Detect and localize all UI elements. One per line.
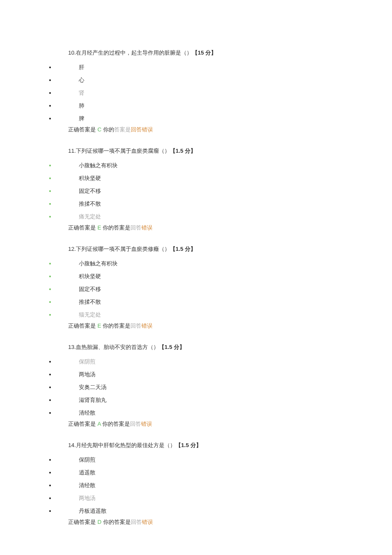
option-text: 保阴煎 [79, 358, 95, 365]
option-item[interactable]: 脾 [0, 112, 392, 125]
option-item[interactable]: 积块坚硬 [0, 270, 392, 283]
question-number: 11. [68, 148, 76, 154]
question-12: 12.下列证候哪一项不属于血瘀类修癥（）【1.5 分】 小腹触之有积块 积块坚硬… [0, 245, 392, 330]
correct-answer-letter: E [98, 224, 101, 231]
answer-prefix: 正确答案是 [68, 126, 96, 133]
option-item[interactable]: 安奥二天汤 [0, 381, 392, 394]
option-item[interactable]: 保阴煎 [0, 453, 392, 466]
option-text: 两地汤 [79, 495, 95, 501]
option-item[interactable]: 猫无定处 [0, 308, 392, 321]
question-14: 14.月经先期中肝郁化热型的最佳处方是（）【1.5 分】 保阴煎 逍遥散 清经散… [0, 442, 392, 526]
option-item[interactable]: 小腹触之有积块 [0, 257, 392, 270]
option-text: 肺 [79, 102, 84, 109]
option-text: 肝 [79, 64, 84, 70]
correct-answer-letter: A [98, 421, 101, 427]
question-score: 【1.5 分】 [170, 246, 196, 252]
option-text: 滋肾育胎丸 [79, 397, 107, 403]
option-item[interactable]: 两地汤 [0, 368, 392, 381]
question-number: 14. [68, 442, 76, 448]
your-answer-text-2: 答案是 [114, 126, 131, 133]
option-text: 小腹触之有积块 [79, 260, 118, 267]
answer-feedback: 正确答案是 D 你的答案是回答错误 [68, 518, 392, 526]
question-title: 10.在月经产生的过程中，起主导作用的脏腑是（）【15 分】 [68, 49, 392, 57]
option-text: 推揉不散 [79, 200, 101, 207]
your-answer-text-1: 你的 [101, 126, 114, 133]
option-text: 丹板逍遥散 [79, 508, 107, 514]
answer-prefix: 正确答案是 [68, 224, 96, 231]
option-text: 清经散 [79, 482, 95, 488]
options-list: 小腹触之有积块 积块坚硬 固定不移 推揉不散 猫无定处 [0, 257, 392, 321]
option-item[interactable]: 滋肾育胎丸 [0, 394, 392, 407]
question-title: 12.下列证候哪一项不属于血瘀类修癥（）【1.5 分】 [68, 245, 392, 253]
option-item[interactable]: 固定不移 [0, 283, 392, 296]
result-text: 错误 [141, 421, 152, 427]
option-text: 痛无定处 [79, 213, 101, 220]
question-number: 13. [68, 344, 76, 350]
answer-prefix: 正确答案是 [68, 519, 96, 525]
option-text: 逍遥散 [79, 469, 95, 476]
question-13: 13.血热胎漏、胎动不安的首选方（）【1.5 分】 保阴煎 两地汤 安奥二天汤 … [0, 343, 392, 428]
question-score: 【1.5 分】 [176, 442, 202, 448]
option-text: 心 [79, 77, 84, 83]
option-item[interactable]: 痛无定处 [0, 210, 392, 223]
question-number: 12. [68, 246, 76, 252]
option-text: 肾 [79, 90, 84, 96]
answer-feedback: 正确答案是 C 你的答案是回答错误 [68, 126, 392, 134]
option-text: 两地汤 [79, 371, 95, 378]
options-list: 小腹触之有积块 积块坚硬 固定不移 推揉不散 痛无定处 [0, 159, 392, 223]
question-10: 10.在月经产生的过程中，起主导作用的脏腑是（）【15 分】 肝 心 肾 肺 脾… [0, 49, 392, 134]
result-text: 回答错误 [131, 126, 153, 133]
question-score: 【1.5 分】 [170, 148, 196, 154]
your-answer-text-1: 你的答案是 [101, 519, 131, 525]
correct-answer-letter: D [98, 519, 101, 525]
answer-feedback: 正确答案是 A 你的答案是回答错误 [68, 420, 392, 428]
options-list: 肝 心 肾 肺 脾 [0, 61, 392, 125]
question-stem: 在月经产生的过程中，起主导作用的脏腑是（） [76, 49, 192, 56]
option-item[interactable]: 保阴煎 [0, 355, 392, 368]
option-item[interactable]: 肺 [0, 99, 392, 112]
option-item[interactable]: 两地汤 [0, 492, 392, 505]
question-11: 11.下列证候哪一项不属于血瘀类腐瘤（）【1.5 分】 小腹触之有积块 积块坚硬… [0, 147, 392, 232]
correct-answer-letter: C [98, 126, 101, 133]
option-text: 推揉不散 [79, 299, 101, 305]
option-item[interactable]: 肾 [0, 87, 392, 99]
question-stem: 月经先期中肝郁化热型的最佳处方是（） [76, 442, 176, 448]
options-list: 保阴煎 逍遥散 清经散 两地汤 丹板逍遥散 [0, 453, 392, 517]
your-answer-text-2: 回答 [130, 421, 141, 427]
option-text: 安奥二天汤 [79, 384, 107, 390]
answer-prefix: 正确答案是 [68, 421, 96, 427]
option-item[interactable]: 积块坚硬 [0, 172, 392, 185]
answer-feedback: 正确答案是 E 你的答案是回答错误 [68, 322, 392, 330]
question-stem: 血热胎漏、胎动不安的首选方（） [76, 344, 159, 350]
option-item[interactable]: 清经散 [0, 479, 392, 492]
option-item[interactable]: 心 [0, 74, 392, 87]
option-item[interactable]: 推揉不散 [0, 296, 392, 308]
option-text: 固定不移 [79, 188, 101, 194]
option-item[interactable]: 小腹触之有积块 [0, 159, 392, 172]
your-answer-text-1: 你的答案是 [101, 323, 130, 329]
question-title: 11.下列证候哪一项不属于血瘀类腐瘤（）【1.5 分】 [68, 147, 392, 155]
option-text: 固定不移 [79, 286, 101, 292]
result-text: 错误 [142, 519, 153, 525]
question-title: 13.血热胎漏、胎动不安的首选方（）【1.5 分】 [68, 343, 392, 351]
option-item[interactable]: 推揉不散 [0, 198, 392, 210]
result-text: 错误 [141, 323, 153, 329]
option-item[interactable]: 肝 [0, 61, 392, 74]
correct-answer-letter: E [98, 323, 101, 329]
option-item[interactable]: 逍遥散 [0, 466, 392, 479]
page-content: 10.在月经产生的过程中，起主导作用的脏腑是（）【15 分】 肝 心 肾 肺 脾… [0, 0, 392, 555]
question-score: 【15 分】 [192, 49, 216, 56]
your-answer-text-1: 你的答案是 [101, 224, 130, 231]
options-list: 保阴煎 两地汤 安奥二天汤 滋肾育胎丸 清经散 [0, 355, 392, 419]
option-item[interactable]: 清经散 [0, 407, 392, 419]
option-text: 积块坚硬 [79, 273, 101, 279]
option-item[interactable]: 丹板逍遥散 [0, 505, 392, 517]
question-stem: 下列证候哪一项不属于血瘀类修癥（） [76, 246, 170, 252]
your-answer-text-2: 回答 [131, 519, 142, 525]
question-stem: 下列证候哪一项不属于血瘀类腐瘤（） [76, 148, 170, 154]
option-text: 清经散 [79, 410, 95, 416]
your-answer-text-2: 回答 [130, 323, 141, 329]
your-answer-text-2: 回答 [130, 224, 141, 231]
option-item[interactable]: 固定不移 [0, 185, 392, 198]
question-title: 14.月经先期中肝郁化热型的最佳处方是（）【1.5 分】 [68, 442, 392, 449]
